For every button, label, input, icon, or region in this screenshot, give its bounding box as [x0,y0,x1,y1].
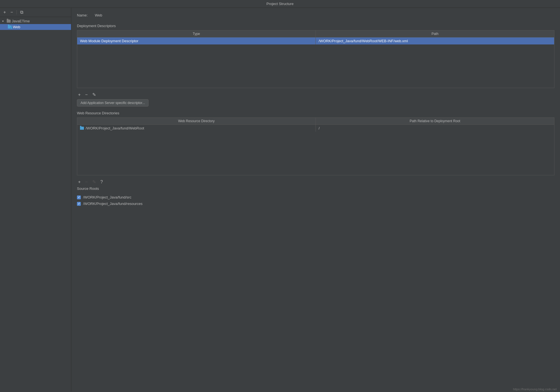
wrd-toolbar: + − ✎ ? [77,178,554,186]
wrd-col-directory: Web Resource Directory [77,118,316,124]
web-resource-dirs-title: Web Resource Directories [77,111,554,115]
wrd-remove-button[interactable]: − [84,179,89,185]
dd-row-type: Web Module Deployment Descriptor [77,37,316,44]
check-icon: ✓ [78,202,80,205]
source-roots-title: Source Roots [77,186,554,191]
folder-icon-javaetime [7,20,11,23]
dd-col-type: Type [77,30,316,37]
dd-toolbar: + − ✎ [77,90,554,99]
sidebar-toolbar: + − ⧉ [0,8,71,17]
wrd-edit-button[interactable]: ✎ [91,179,97,185]
wrd-row-path: / [316,125,554,132]
source-root-checkbox-0[interactable]: ✓ [77,195,81,199]
folder-icon [80,127,84,130]
sidebar-item-web[interactable]: Web [0,24,71,30]
dd-edit-button[interactable]: ✎ [91,92,97,98]
table-row[interactable]: Web Module Deployment Descriptor /WORK/P… [77,37,554,44]
source-root-path-1: /WORK/Project_Java/fund/resources [83,202,142,206]
deployment-descriptors-header: Type Path [77,30,554,37]
sidebar-item-javaetime[interactable]: ▾ JavaETime [0,18,71,24]
web-resource-dirs-table: Web Resource Directory Path Relative to … [77,117,554,175]
source-roots-list: ✓ /WORK/Project_Java/fund/src ✓ /WORK/Pr… [77,193,554,208]
source-root-path-0: /WORK/Project_Java/fund/src [83,195,131,199]
wrd-row-directory: /WORK/Project_Java/fund/WebRoot [77,125,316,132]
sidebar-label-web: Web [13,25,20,29]
dd-remove-button[interactable]: − [84,92,89,98]
add-server-button[interactable]: Add Application Server specific descript… [77,99,149,107]
source-root-item: ✓ /WORK/Project_Java/fund/src [77,194,554,200]
deployment-descriptors-title: Deployment Descriptors [77,24,554,28]
deployment-descriptors-table: Type Path Web Module Deployment Descript… [77,30,554,88]
folder-icon-web [8,25,12,29]
sidebar-copy-button[interactable]: ⧉ [19,10,24,15]
dd-add-button[interactable]: + [77,92,82,98]
sidebar-add-button[interactable]: + [2,10,7,15]
sidebar: + − ⧉ ▾ JavaETime Web [0,8,71,391]
toolbar-separator [17,10,17,15]
window-title: Project Structure [267,2,294,6]
footer-url: https://frankyoung.blog.csdn.net [513,388,557,391]
deployment-descriptors-body: Web Module Deployment Descriptor /WORK/P… [77,37,554,88]
title-bar: Project Structure [0,0,560,8]
footer: https://frankyoung.blog.csdn.net [510,386,560,392]
wrd-col-path: Path Relative to Deployment Root [316,118,554,124]
source-root-item: ✓ /WORK/Project_Java/fund/resources [77,200,554,207]
sidebar-tree: ▾ JavaETime Web [0,17,71,391]
sidebar-label-javaetime: JavaETime [12,19,30,23]
dd-row-path: /WORK/Project_Java/fund/WebRoot/WEB-INF/… [316,37,554,44]
tree-arrow-javaetime: ▾ [2,20,6,23]
web-resource-dirs-body: /WORK/Project_Java/fund/WebRoot / [77,125,554,175]
table-row[interactable]: /WORK/Project_Java/fund/WebRoot / [77,125,554,132]
dd-col-path: Path [316,30,554,37]
web-resource-dirs-header: Web Resource Directory Path Relative to … [77,118,554,125]
wrd-help-button[interactable]: ? [99,179,104,185]
check-icon: ✓ [78,196,80,199]
wrd-add-button[interactable]: + [77,179,82,185]
content-panel: Name: Web Deployment Descriptors Type Pa… [71,8,560,391]
name-label: Name: [77,13,91,17]
name-row: Name: Web [77,12,554,18]
name-value: Web [93,12,554,18]
sidebar-remove-button[interactable]: − [9,10,14,15]
source-root-checkbox-1[interactable]: ✓ [77,202,81,206]
